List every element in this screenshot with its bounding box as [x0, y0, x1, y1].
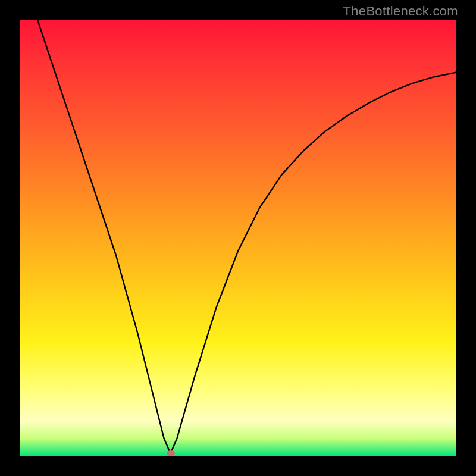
chart-frame: TheBottleneck.com	[0, 0, 476, 476]
watermark-text: TheBottleneck.com	[343, 4, 458, 19]
bottleneck-curve	[20, 20, 456, 456]
plot-area	[20, 20, 456, 456]
sweet-spot-marker	[167, 450, 175, 456]
